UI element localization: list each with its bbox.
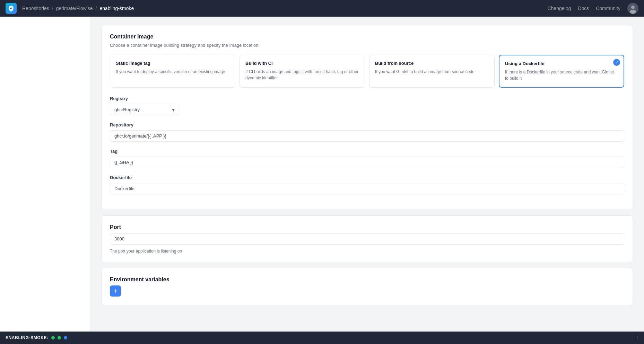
strategy-dockerfile[interactable]: ✓ Using a Dockerfile If there is a Docke… xyxy=(499,55,624,88)
container-image-subtitle: Choose a container image building strate… xyxy=(110,43,624,48)
strategy-dockerfile-title: Using a Dockerfile xyxy=(505,61,618,66)
strategy-selected-check: ✓ xyxy=(613,59,620,66)
port-hint: The port your application is listening o… xyxy=(110,249,624,254)
tag-section: Tag xyxy=(110,149,624,168)
repository-input[interactable] xyxy=(110,130,624,142)
registry-select-wrapper: ghcrRegistry dockerhub ecr gcr ▼ xyxy=(110,104,179,115)
navbar-right: Changelog Docs Community xyxy=(548,3,638,14)
status-label: ENABLING-SMOKE: xyxy=(6,335,49,340)
port-input[interactable] xyxy=(110,233,624,245)
tag-input[interactable] xyxy=(110,157,624,168)
container-image-title: Container Image xyxy=(110,34,624,40)
status-bar: ENABLING-SMOKE: ↑ xyxy=(0,332,644,344)
port-title: Port xyxy=(110,224,624,230)
breadcrumb-sep-1: / xyxy=(52,6,53,11)
navbar: Repositories / gerimate/Flowise / enabli… xyxy=(0,0,644,17)
container-image-card: Container Image Choose a container image… xyxy=(101,25,633,210)
strategy-static-image-tag[interactable]: Static image tag If you want to deploy a… xyxy=(110,55,235,88)
status-dot-2 xyxy=(58,336,61,339)
strategy-static-title: Static image tag xyxy=(116,61,229,66)
env-variables-title: Environment variables xyxy=(110,276,624,283)
strategy-build-ci[interactable]: Build with CI If CI builds an image and … xyxy=(240,55,365,88)
breadcrumb-repositories[interactable]: Repositories xyxy=(22,6,49,11)
strategy-ci-desc: If CI builds an image and tags it with t… xyxy=(245,69,359,81)
strategy-ci-title: Build with CI xyxy=(245,61,359,66)
env-add-button[interactable]: + xyxy=(110,285,121,297)
page-wrapper: Container Image Choose a container image… xyxy=(0,17,644,344)
strategy-build-source[interactable]: Build from source If you want Gimlet to … xyxy=(369,55,495,88)
registry-label: Registry xyxy=(110,96,624,101)
status-up-arrow[interactable]: ↑ xyxy=(636,335,638,341)
avatar[interactable] xyxy=(627,3,638,14)
strategy-source-desc: If you want Gimlet to build an image fro… xyxy=(375,69,489,75)
main-content: Container Image Choose a container image… xyxy=(90,17,644,344)
community-link[interactable]: Community xyxy=(596,6,620,11)
svg-point-2 xyxy=(630,10,636,14)
svg-point-1 xyxy=(631,6,635,9)
breadcrumb: Repositories / gerimate/Flowise / enabli… xyxy=(22,6,134,11)
app-logo[interactable] xyxy=(6,3,17,14)
strategy-grid: Static image tag If you want to deploy a… xyxy=(110,55,624,88)
env-variables-card: Environment variables + xyxy=(101,268,633,305)
breadcrumb-sep-2: / xyxy=(96,6,97,11)
port-card: Port The port your application is listen… xyxy=(101,215,633,262)
status-dot-1 xyxy=(51,336,55,339)
dockerfile-label: Dockerfile xyxy=(110,175,624,180)
registry-select[interactable]: ghcrRegistry dockerhub ecr gcr xyxy=(110,104,179,115)
registry-section: Registry ghcrRegistry dockerhub ecr gcr … xyxy=(110,96,624,115)
repository-section: Repository xyxy=(110,122,624,142)
changelog-link[interactable]: Changelog xyxy=(548,6,571,11)
repository-label: Repository xyxy=(110,122,624,127)
docs-link[interactable]: Docs xyxy=(578,6,589,11)
sidebar xyxy=(0,17,90,344)
tag-label: Tag xyxy=(110,149,624,154)
dockerfile-section: Dockerfile xyxy=(110,175,624,194)
strategy-static-desc: If you want to deploy a specific version… xyxy=(116,69,229,75)
breadcrumb-repo[interactable]: gerimate/Flowise xyxy=(56,6,93,11)
strategy-dockerfile-desc: If there is a Dockerfile in your source … xyxy=(505,69,618,81)
dockerfile-input[interactable] xyxy=(110,183,624,194)
status-dot-3 xyxy=(64,336,67,339)
strategy-source-title: Build from source xyxy=(375,61,489,66)
breadcrumb-current: enabling-smoke xyxy=(99,6,134,11)
